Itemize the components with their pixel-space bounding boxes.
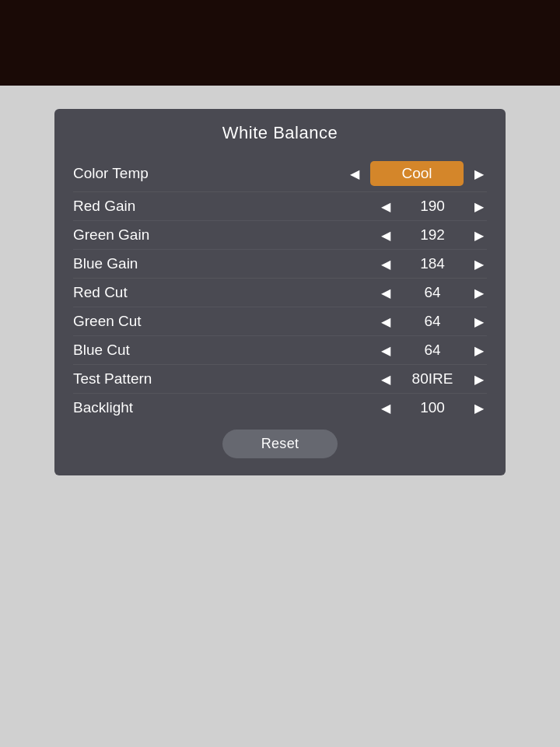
- rows-container: Color Temp◀Cool▶Red Gain◀190▶Green Gain◀…: [73, 156, 487, 422]
- left-arrow-green-gain[interactable]: ◀: [378, 228, 394, 243]
- control-red-gain: ◀190▶: [378, 198, 487, 215]
- value-color-temp: Cool: [370, 161, 464, 186]
- value-blue-gain: 184: [401, 255, 464, 272]
- right-arrow-red-cut[interactable]: ▶: [471, 286, 487, 300]
- right-arrow-green-gain[interactable]: ▶: [471, 228, 487, 243]
- right-arrow-blue-cut[interactable]: ▶: [471, 343, 487, 358]
- value-red-cut: 64: [401, 284, 464, 301]
- right-arrow-color-temp[interactable]: ▶: [471, 167, 487, 181]
- row-backlight: Backlight◀100▶: [73, 394, 487, 422]
- left-arrow-blue-cut[interactable]: ◀: [378, 343, 394, 358]
- label-backlight: Backlight: [73, 399, 198, 416]
- left-arrow-backlight[interactable]: ◀: [378, 401, 394, 416]
- label-blue-cut: Blue Cut: [73, 342, 198, 359]
- left-arrow-color-temp[interactable]: ◀: [347, 167, 362, 181]
- label-color-temp: Color Temp: [73, 165, 198, 182]
- value-green-cut: 64: [401, 313, 464, 330]
- label-blue-gain: Blue Gain: [73, 255, 198, 272]
- label-test-pattern: Test Pattern: [73, 370, 198, 388]
- row-red-gain: Red Gain◀190▶: [73, 192, 487, 221]
- menu-panel: White Balance Color Temp◀Cool▶Red Gain◀1…: [54, 109, 506, 475]
- right-arrow-green-cut[interactable]: ▶: [471, 314, 487, 329]
- label-red-gain: Red Gain: [73, 198, 198, 215]
- top-bar: [0, 0, 560, 86]
- row-blue-cut: Blue Cut◀64▶: [73, 336, 487, 365]
- value-test-pattern: 80IRE: [401, 370, 464, 388]
- control-blue-gain: ◀184▶: [378, 255, 487, 272]
- control-test-pattern: ◀80IRE▶: [378, 370, 487, 388]
- row-green-gain: Green Gain◀192▶: [73, 221, 487, 250]
- value-red-gain: 190: [401, 198, 464, 215]
- control-blue-cut: ◀64▶: [378, 342, 487, 359]
- row-green-cut: Green Cut◀64▶: [73, 307, 487, 336]
- reset-row: Reset: [73, 430, 487, 458]
- screen: White Balance Color Temp◀Cool▶Red Gain◀1…: [0, 86, 560, 747]
- right-arrow-red-gain[interactable]: ▶: [471, 199, 487, 214]
- control-green-gain: ◀192▶: [378, 226, 487, 244]
- label-green-gain: Green Gain: [73, 226, 198, 244]
- left-arrow-red-cut[interactable]: ◀: [378, 286, 394, 300]
- value-backlight: 100: [401, 399, 464, 416]
- left-arrow-red-gain[interactable]: ◀: [378, 199, 394, 214]
- control-green-cut: ◀64▶: [378, 313, 487, 330]
- left-arrow-green-cut[interactable]: ◀: [378, 314, 394, 329]
- right-arrow-blue-gain[interactable]: ▶: [471, 257, 487, 272]
- value-green-gain: 192: [401, 226, 464, 244]
- left-arrow-test-pattern[interactable]: ◀: [378, 372, 394, 387]
- row-red-cut: Red Cut◀64▶: [73, 279, 487, 307]
- control-backlight: ◀100▶: [378, 399, 487, 416]
- left-arrow-blue-gain[interactable]: ◀: [378, 257, 394, 272]
- right-arrow-backlight[interactable]: ▶: [471, 401, 487, 416]
- right-arrow-test-pattern[interactable]: ▶: [471, 372, 487, 387]
- reset-button[interactable]: Reset: [222, 430, 338, 458]
- menu-title: White Balance: [73, 123, 487, 143]
- control-red-cut: ◀64▶: [378, 284, 487, 301]
- label-red-cut: Red Cut: [73, 284, 198, 301]
- value-blue-cut: 64: [401, 342, 464, 359]
- label-green-cut: Green Cut: [73, 313, 198, 330]
- control-color-temp: ◀Cool▶: [347, 161, 487, 186]
- row-test-pattern: Test Pattern◀80IRE▶: [73, 365, 487, 394]
- row-blue-gain: Blue Gain◀184▶: [73, 250, 487, 279]
- row-color-temp: Color Temp◀Cool▶: [73, 156, 487, 192]
